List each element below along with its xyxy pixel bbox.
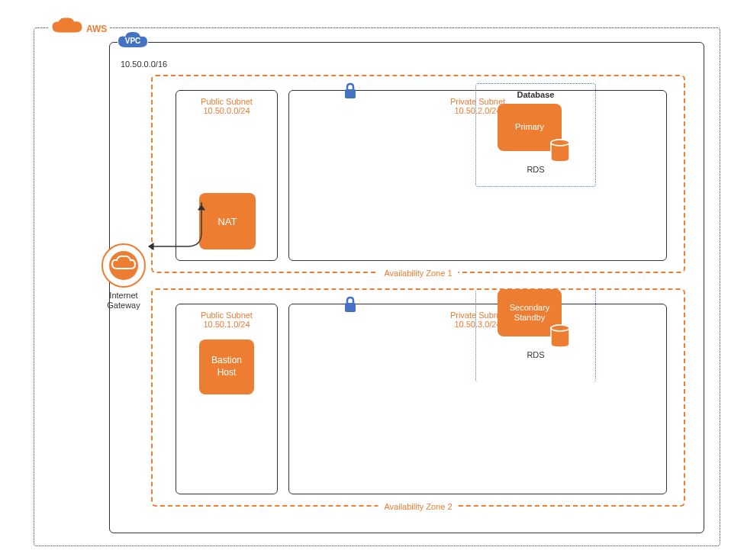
rds-label: RDS [498,350,574,359]
rds-label: RDS [498,165,574,174]
db-instance-label: Secondary Standby [510,303,550,323]
svg-point-7 [109,251,138,280]
nat-to-igw-connector [143,202,234,271]
subnet-cidr: 10.50.1.0/24 [176,320,277,329]
public-subnet-az2: Public Subnet 10.50.1.0/24 Bastion Host [176,304,278,494]
database-icon [549,324,571,349]
db-instance-box: Primary [498,104,562,151]
igw-label: Internet Gateway [101,291,146,311]
db-instance-box: Secondary Standby [498,289,562,336]
bastion-host: Bastion Host [199,340,254,394]
vpc-cloud-icon: VPC [118,31,148,56]
lock-icon [343,295,358,317]
igw-circle-icon [101,243,146,288]
svg-text:VPC: VPC [125,37,141,45]
database-title: Database [498,90,574,99]
vpc-cidr-label: 10.50.0.0/16 [121,60,167,69]
database-icon [549,139,571,163]
database-group-az1: Database Primary RDS [475,83,596,187]
internet-gateway: Internet Gateway [101,243,146,311]
db-instance-label: Primary [515,122,544,132]
subnet-cidr: 10.50.0.0/24 [176,106,277,115]
aws-region-container: AWS VPC 10.50.0.0/16 Public Subnet 10.50… [34,27,720,546]
aws-cloud-icon [48,17,86,41]
private-subnet-az2: Private Subnet 10.50.3.0/24 Secondary St… [288,304,667,494]
bastion-label: Bastion Host [211,355,242,378]
svg-point-6 [551,325,569,331]
lock-icon [343,82,358,103]
private-subnet-az1: Private Subnet 10.50.2.0/24 Database Pri… [288,90,667,261]
svg-point-3 [551,140,569,146]
rds-secondary: Secondary Standby RDS [498,289,574,359]
svg-rect-1 [345,89,356,98]
az-label: Availability Zone 1 [378,269,458,278]
subnet-title: Public Subnet [176,91,277,106]
database-group-az2: Secondary Standby RDS [475,289,596,382]
aws-label: AWS [83,24,110,34]
az-label: Availability Zone 2 [378,502,458,511]
vpc-container: VPC 10.50.0.0/16 Public Subnet 10.50.0.0… [109,42,704,533]
svg-rect-4 [345,303,356,312]
subnet-title: Public Subnet [176,304,277,320]
rds-primary: Primary RDS [498,104,574,174]
availability-zone-2: Public Subnet 10.50.1.0/24 Bastion Host … [151,288,685,507]
